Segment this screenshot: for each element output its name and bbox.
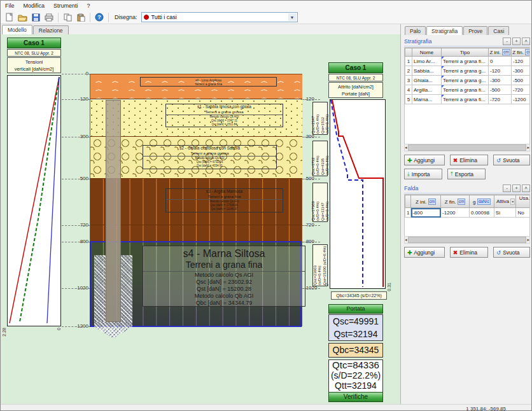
falda-svuota-button[interactable]: ↺Svuota [493, 247, 530, 258]
tab-stratigrafia[interactable]: Stratigrafia [426, 26, 463, 35]
scroll-right-icon[interactable]: ▸ [527, 145, 529, 150]
depth-tickline [302, 137, 320, 137]
cell-gamma[interactable]: 0.00098 [469, 208, 494, 218]
help-icon[interactable]: ? [94, 12, 105, 23]
row-number[interactable]: 1 [405, 208, 411, 218]
new-file-icon[interactable] [3, 12, 15, 23]
right-plot-axis-max: 0.31 [387, 282, 391, 291]
tab-casi[interactable]: Casi [488, 26, 509, 35]
cell-zini[interactable]: -500 [489, 85, 512, 95]
cell-zfin[interactable]: -1200 [441, 208, 470, 218]
tensioni-plot [7, 75, 61, 326]
importa-button[interactable]: ⤓Importa [404, 169, 442, 179]
aggiungi-button[interactable]: ✚Aggiungi [404, 155, 445, 165]
plus-icon: ✚ [407, 249, 412, 256]
case-color-dot-icon [144, 15, 149, 20]
elimina-label: Elimina [459, 249, 477, 256]
menu-file[interactable]: File [1, 2, 19, 10]
cell-zfin[interactable]: -500 [512, 76, 531, 85]
open-folder-icon[interactable] [17, 12, 28, 23]
cell-attiva[interactable]: Sì [494, 208, 516, 218]
cell-nome[interactable]: Limo Ar... [412, 57, 442, 66]
cell-zini[interactable]: -720 [489, 95, 512, 104]
tab-relazione[interactable]: Relazione [33, 25, 69, 34]
cell-nome[interactable]: Marna... [412, 95, 442, 104]
falda-col-attiva-label: Attiva [496, 199, 509, 204]
print-icon[interactable] [43, 12, 55, 23]
scroll-right-icon[interactable]: ▸ [527, 237, 529, 242]
elimina-button[interactable]: ✖Elimina [450, 155, 488, 165]
chevron-down-icon[interactable]: ▼ [288, 13, 297, 21]
menu-help[interactable]: ? [83, 2, 95, 10]
falda-col-zfin-unit[interactable]: cm [458, 199, 466, 205]
falda-col-g-unit[interactable]: daN/c [477, 199, 491, 205]
falda-elimina-button[interactable]: ✖Elimina [450, 247, 488, 258]
esporta-button[interactable]: ⤒Esporta [447, 169, 486, 179]
cell-tipo[interactable]: Terreni a grana fi... [442, 57, 489, 66]
table-row: 3 Ghiaia... Terreni a grana g... -300 -5… [405, 76, 531, 85]
x-icon: ✖ [453, 249, 458, 256]
col-zfin-unit[interactable]: cm [525, 49, 530, 55]
scroll-left-icon[interactable]: ◂ [405, 145, 407, 150]
pile-tip-hatch-right [121, 255, 132, 322]
disegna-combobox[interactable]: Tutti i casi ▼ [141, 12, 298, 22]
cell-zfin[interactable]: -1200 [512, 95, 531, 104]
cell-tipo[interactable]: Terreni a grana g... [442, 66, 489, 76]
s0-type: Terreni a grana fina [141, 82, 276, 86]
cell-zini[interactable]: 0 [489, 57, 512, 66]
falda-col-zini: Z ini. cm [411, 195, 441, 208]
group-minus-button[interactable]: - [503, 38, 511, 45]
depth-tickline [62, 326, 90, 327]
row-number[interactable]: 5 [405, 95, 412, 104]
drawing-canvas[interactable]: Caso 1 NTC 08, SLU Appr. 2 Tensioni vert… [1, 34, 400, 404]
save-icon[interactable] [30, 12, 41, 23]
cell-tipo-text: Terreni a grana fi... [443, 97, 486, 102]
tab-prove[interactable]: Prove [463, 26, 487, 35]
row-number[interactable]: 3 [405, 76, 412, 85]
row-number[interactable]: 4 [405, 85, 412, 95]
falda-col-zini-unit[interactable]: cm [428, 199, 437, 205]
cell-zfin[interactable]: -720 [512, 85, 531, 95]
svuota-button[interactable]: ↺Svuota [493, 155, 530, 165]
cell-nome[interactable]: Argilla... [412, 85, 442, 95]
falda-aggiungi-button[interactable]: ✚Aggiungi [404, 247, 445, 258]
menu-modifica[interactable]: Modifica [19, 2, 50, 10]
group-plus-button[interactable]: + [512, 38, 521, 45]
tab-palo[interactable]: Palo [405, 26, 426, 35]
copy-icon[interactable] [62, 12, 73, 23]
verifiche-header[interactable]: Verifiche [328, 392, 383, 402]
scroll-left-icon[interactable]: ◂ [405, 237, 407, 242]
cell-tipo[interactable]: Terreni a grana g... [442, 76, 489, 85]
cell-zini[interactable]: -300 [489, 76, 512, 85]
cell-zini[interactable]: -120 [489, 66, 512, 76]
rot-label-s2: Qsc=6732 (s/D=0.4%) Qst=4335 (s/D=0.4%) [312, 141, 328, 176]
table-header-row: Z ini. cm Z fin. cm g daN/c Attiva▾ Usa.… [405, 195, 531, 208]
cell-usa[interactable]: No [516, 208, 530, 218]
cell-zini-selected[interactable]: -800 [411, 208, 441, 218]
cell-zfin[interactable]: -120 [512, 57, 531, 66]
col-zini-unit[interactable]: cm [502, 49, 510, 55]
stratigrafia-table-container: Nome Tipo Z ini. cm Z fin. cm gd 1 Limo … [404, 47, 530, 151]
falda-horizontal-scrollbar[interactable]: ◂▸ [404, 236, 530, 244]
group-minus-button[interactable]: - [503, 185, 511, 192]
menu-strumenti[interactable]: Strumenti [49, 2, 83, 10]
cell-tipo[interactable]: Terreni a grana fi... [442, 85, 489, 95]
tab-modello[interactable]: Modello [2, 25, 32, 34]
strat-horizontal-scrollbar[interactable]: ◂▸ [404, 144, 530, 151]
row-number[interactable]: 1 [405, 57, 412, 66]
cell-nome[interactable]: Ghiaia... [412, 76, 442, 85]
paste-icon[interactable] [75, 12, 87, 23]
cell-tipo-text: Terreni a grana g... [443, 68, 486, 74]
table-row: 1 Limo Ar... Terreni a grana fi... 0 -12… [405, 57, 531, 66]
group-plus-button[interactable]: + [512, 185, 521, 192]
cell-tipo[interactable]: Terreni a grana fi... [442, 95, 489, 104]
cell-nome[interactable]: Sabbia... [412, 66, 442, 76]
rot-s1-qst: Qst=1512 (s/D=0.4%) [321, 103, 330, 134]
group-collapse-button[interactable]: ˄ [522, 38, 530, 45]
group-collapse-button[interactable]: ˄ [522, 185, 530, 192]
table-row: 1 -800 -1200 0.00098 Sì No [405, 208, 531, 218]
cell-zfin[interactable]: -300 [512, 66, 531, 76]
export-icon: ⤒ [451, 171, 453, 178]
cursor-coordinates: 1 351.84; -569.85 [466, 406, 506, 411]
row-number[interactable]: 2 [405, 66, 412, 76]
